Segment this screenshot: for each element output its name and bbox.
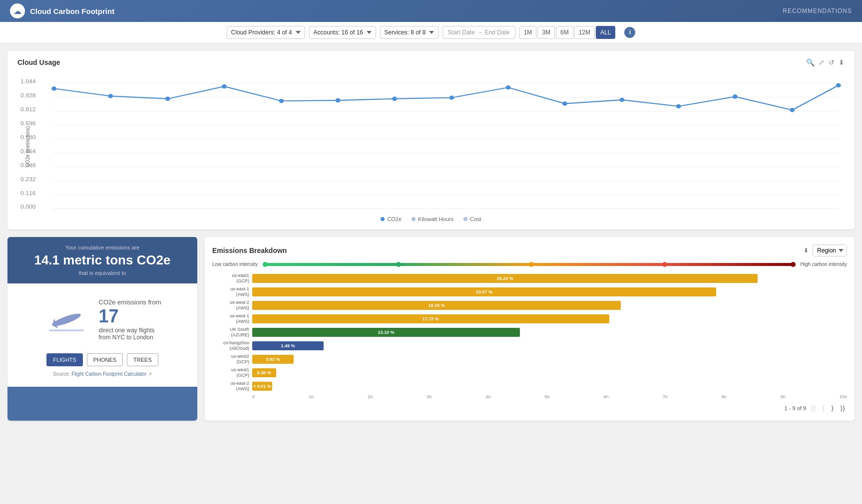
bar-fill: 18.10 % [252,301,621,310]
svg-text:0.232: 0.232 [20,176,35,182]
breakdown-header: Emissions Breakdown ⬇ Region [212,245,847,256]
logo: ☁ [10,3,25,18]
bar-label: UK South (AZURE) [212,327,252,338]
svg-text:0.928: 0.928 [20,92,35,98]
dot-red [662,262,667,267]
svg-point-26 [392,97,397,101]
flight-info: CO2e emissions from 17 direct one way fl… [99,298,161,341]
time-btn-12m[interactable]: 12M [574,26,595,39]
svg-point-20 [51,86,56,91]
breakdown-controls: ⬇ Region [804,245,847,256]
legend-co2e: CO2e [381,216,402,222]
bar-row: us-west-2 (AWS)18.10 % [212,300,847,311]
bar-fill: 23.07 % [252,287,716,296]
info-button[interactable]: i [624,27,635,38]
breakdown-title: Emissions Breakdown [212,247,287,254]
svg-point-32 [733,94,738,99]
co2e-dot [381,217,385,221]
legend-cost: Cost [463,216,481,222]
svg-point-23 [222,84,227,89]
legend-kwh: Kilowatt Hours [412,216,453,222]
bar-row: cn-hangzhou (AliCloud)1.49 % [212,340,847,351]
time-btn-6m[interactable]: 6M [556,26,573,39]
bar-fill: 17.72 % [252,314,609,323]
bar-track: 17.72 % [252,314,847,323]
bar-fill: 1.49 % [252,341,324,350]
time-btn-all[interactable]: ALL [596,26,615,39]
chart-legend: CO2e Kilowatt Hours Cost [17,216,845,222]
bar-label: us-east-2 (AWS) [212,381,252,392]
flights-btn[interactable]: FLIGHTS [46,353,82,366]
first-page-btn[interactable]: ⟨⟨ [809,403,818,413]
emissions-subtitle: Your cumulative emissions are [15,245,190,251]
svg-point-24 [279,99,284,103]
date-range[interactable]: Start Date → End Date [442,26,515,39]
bar-label: us-west-1 (AWS) [212,313,252,324]
bar-track: 23.07 % [252,287,847,296]
region-select[interactable]: Region [813,245,847,256]
bar-track: 1.49 % [252,341,847,350]
bar-row: us-west2 (GCP)0.92 % [212,354,847,365]
time-btn-3m[interactable]: 3M [537,26,555,39]
emissions-header: Your cumulative emissions are 14.1 metri… [7,237,197,283]
emissions-equivalent: that is equivalent to [15,270,190,276]
trees-btn[interactable]: TREES [127,353,158,366]
bar-fill: < 0.01 % [252,382,272,391]
intensity-gradient [263,263,795,266]
bar-label: cn-hangzhou (AliCloud) [212,340,252,351]
zoom-icon[interactable]: 🔍 [806,58,815,66]
svg-text:0.000: 0.000 [20,204,35,209]
svg-point-33 [790,108,795,112]
dot-green-2 [396,262,401,267]
intensity-low-label: Low carbon intensity [212,261,258,267]
cloud-providers-select[interactable]: Cloud Providers: 4 of 4 [227,26,305,39]
svg-point-30 [619,98,624,102]
plane-svg [44,302,89,337]
bar-track: 0.36 % [252,368,847,377]
toolbar: Cloud Providers: 4 of 4 Accounts: 16 of … [0,22,862,43]
services-select[interactable]: Services: 8 of 8 [380,26,438,39]
expand-icon[interactable]: ⤢ [819,58,825,66]
end-date-label: End Date [485,29,510,36]
bar-track: < 0.01 % [252,382,847,391]
svg-text:0.116: 0.116 [20,190,35,196]
bar-row: UK South (AZURE)13.10 % [212,327,847,338]
recommendations-link[interactable]: RECOMMENDATIONS [783,7,852,14]
svg-point-31 [676,104,681,109]
svg-text:1.044: 1.044 [20,78,36,84]
x-axis-labels: 0 1n 2n 3n 4n 5n 6n 7n 8n 9n 10n [212,394,847,399]
pagination-text: 1 - 9 of 9 [785,405,806,411]
download-breakdown-icon[interactable]: ⬇ [804,247,809,254]
header-left: ☁ Cloud Carbon Footprint [10,3,114,18]
arrow-icon: → [477,29,483,36]
bar-track: 25.24 % [252,274,847,283]
svg-point-27 [449,95,454,100]
bar-row: us-west-1 (AWS)17.72 % [212,313,847,324]
co2-label: CO2e emissions from [99,298,161,306]
dot-green-1 [263,262,268,267]
svg-point-25 [336,98,341,103]
kwh-dot [412,217,416,221]
time-btn-1m[interactable]: 1M [519,26,537,39]
next-page-btn[interactable]: ⟩ [829,403,836,413]
chart-header: Cloud Usage 🔍 ⤢ ↺ ⬇ [17,58,845,66]
accounts-select[interactable]: Accounts: 16 of 16 [309,26,376,39]
phones-btn[interactable]: PHONES [87,353,123,366]
refresh-icon[interactable]: ↺ [829,58,835,66]
bar-row: us-west1 (GCP)0.36 % [212,367,847,378]
bar-track: 18.10 % [252,301,847,310]
last-page-btn[interactable]: ⟩⟩ [838,403,847,413]
app-title: Cloud Carbon Footprint [30,7,114,15]
cloud-usage-card: Cloud Usage 🔍 ⤢ ↺ ⬇ 0.000 0.116 0.232 0.… [7,51,855,230]
flight-number: 17 [99,306,161,327]
dot-dark-red [791,262,796,267]
source-link[interactable]: Flight Carbon Footprint Calculator [71,371,146,377]
flight-visual: CO2e emissions from 17 direct one way fl… [44,298,161,341]
bar-track: 13.10 % [252,328,847,337]
bar-label: us-west2 (GCP) [212,354,252,365]
download-icon[interactable]: ⬇ [839,58,845,66]
prev-page-btn[interactable]: ⟨ [820,403,827,413]
bar-track: 0.92 % [252,355,847,364]
bar-row: us-east-1 (AWS)23.07 % [212,286,847,297]
bar-label: us-west1 (GCP) [212,367,252,378]
